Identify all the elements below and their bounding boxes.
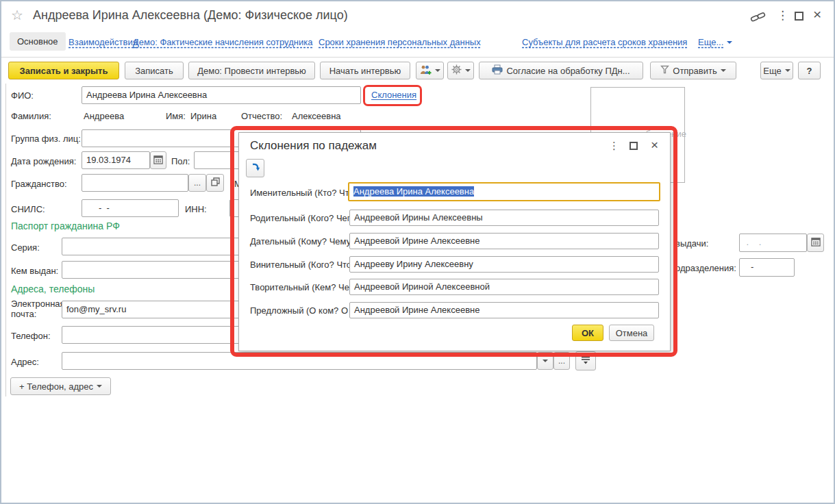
accusative-input[interactable]: Андрееву Ирину Алексеевну	[349, 256, 659, 273]
dialog-title: Склонения по падежам	[250, 139, 377, 153]
tab-main[interactable]: Основное	[10, 32, 66, 51]
cancel-button[interactable]: Отмена	[609, 325, 654, 341]
instrumental-label: Творительный (Кем? Чем?):	[250, 282, 366, 292]
tab-more[interactable]: Еще...	[698, 37, 732, 47]
templates-button[interactable]	[447, 62, 474, 79]
ok-button[interactable]: ОК	[572, 325, 603, 341]
send-button[interactable]: Отправить	[650, 62, 736, 79]
tab-interactions[interactable]: Взаимодействия	[68, 37, 138, 47]
save-button[interactable]: Записать	[125, 62, 184, 79]
declensions-dialog: Склонения по падежам ⋮ × Именительный (К…	[238, 132, 671, 351]
address-input[interactable]	[62, 352, 537, 370]
address-label: Адрес:	[11, 357, 39, 367]
refill-declensions-button[interactable]	[246, 159, 264, 177]
address-dropdown-button[interactable]	[537, 352, 553, 370]
prepositional-input[interactable]: Андреевой Ирине Алексеевне	[349, 302, 659, 318]
chevron-down-icon	[721, 69, 726, 72]
app-window: ☆ Андреева Ирина Алексеевна (Демо: Физич…	[0, 0, 835, 504]
issued-by-label: Кем выдан:	[11, 266, 58, 276]
add-phone-address-button[interactable]: + Телефон, адрес	[10, 377, 111, 395]
panel-edge	[5, 84, 6, 396]
maximize-icon[interactable]	[795, 12, 803, 21]
surname-label: Фамилия:	[11, 111, 51, 121]
get-link-icon[interactable]	[750, 10, 767, 26]
consent-print-button[interactable]: Согласие на обработку ПДн...	[479, 62, 643, 79]
firstname-label: Имя:	[166, 111, 186, 121]
phone-label: Телефон:	[11, 331, 51, 341]
address-comment-button[interactable]	[575, 351, 596, 370]
favorite-star-icon[interactable]: ☆	[11, 7, 23, 23]
chevron-down-icon	[785, 69, 790, 72]
birthdate-calendar-button[interactable]	[150, 151, 166, 169]
create-based-on-button[interactable]	[416, 62, 444, 79]
issue-date-label: выдачи:	[675, 238, 708, 249]
declensions-link[interactable]: Склонения	[371, 90, 416, 100]
dialog-close-icon[interactable]: ×	[651, 138, 658, 153]
nominative-input[interactable]: Андреева Ирина Алексеевна	[348, 182, 660, 201]
citizenship-open-button[interactable]	[206, 174, 224, 192]
calendar-icon	[153, 155, 163, 166]
issue-date-calendar-button[interactable]	[807, 234, 824, 252]
page-title: Андреева Ирина Алексеевна (Демо: Физичес…	[33, 8, 348, 23]
birthdate-label: Дата рождения:	[11, 156, 76, 166]
window-menu-icon[interactable]: ⋮	[777, 8, 788, 23]
inn-label: ИНН:	[185, 204, 207, 214]
more-label: Еще	[763, 66, 781, 76]
tab-storage-subjects[interactable]: Субъекты для расчета сроков хранения	[522, 37, 687, 47]
separator	[1, 57, 834, 58]
chevron-down-icon	[97, 385, 102, 388]
patronymic-label: Отчество:	[241, 111, 282, 121]
fio-label: ФИО:	[11, 90, 34, 101]
issue-date-input[interactable]: . .	[739, 234, 807, 252]
demo-interview-button[interactable]: Демо: Провести интервью	[188, 62, 315, 79]
add-phone-address-label: + Телефон, адрес	[19, 381, 93, 392]
chevron-down-icon	[543, 360, 548, 362]
chevron-down-icon	[465, 69, 471, 72]
refresh-arrow-icon	[250, 162, 261, 175]
citizenship-input[interactable]	[82, 174, 188, 192]
calendar-icon	[811, 237, 821, 249]
email-label: Электронная почта:	[11, 299, 60, 319]
group-label: Группа физ. лиц:	[11, 134, 81, 144]
instrumental-input[interactable]: Андреевой Ириной Алексеевной	[349, 279, 659, 295]
open-form-icon	[211, 177, 220, 188]
send-label: Отправить	[673, 66, 716, 76]
more-button[interactable]: Еще	[760, 62, 793, 79]
gear-icon	[451, 64, 462, 77]
selected-text: Андреева Ирина Алексеевна	[353, 186, 474, 197]
tab-storage-terms[interactable]: Сроки хранения персональных данных	[319, 37, 481, 47]
dept-code-label: одразделения:	[675, 263, 736, 273]
accusative-label: Винительный (Кого? Что?):	[250, 260, 362, 270]
start-interview-button[interactable]: Начать интервью	[320, 62, 410, 79]
birthdate-input[interactable]: 19.03.1974	[82, 151, 150, 169]
dative-input[interactable]: Андреевой Ирине Алексеевне	[349, 233, 659, 249]
series-label: Серия:	[11, 242, 40, 253]
save-and-close-button[interactable]: Записать и закрыть	[8, 62, 119, 79]
dialog-menu-icon[interactable]: ⋮	[609, 140, 619, 152]
people-add-icon	[420, 64, 432, 77]
genitive-label: Родительный (Кого? Чего?):	[250, 213, 366, 223]
tab-more-label: Еще...	[698, 37, 723, 47]
consent-label: Согласие на обработку ПДн...	[506, 66, 630, 76]
citizenship-label: Гражданство:	[11, 179, 67, 189]
address-choose-button[interactable]: ...	[553, 352, 570, 370]
snils-label: СНИЛС:	[11, 204, 45, 214]
dept-code-input[interactable]: -	[739, 258, 795, 277]
firstname-value: Ирина	[190, 111, 216, 121]
printer-icon	[492, 64, 503, 77]
funnel-icon	[660, 65, 669, 76]
lines-dropdown-icon	[580, 355, 591, 367]
tab-demo-accruals[interactable]: Демо: Фактические начисления сотрудника	[133, 37, 312, 47]
dative-label: Дательный (Кому? Чему?):	[250, 236, 361, 247]
close-icon[interactable]: ×	[813, 6, 821, 23]
dialog-maximize-icon[interactable]	[630, 142, 638, 150]
addresses-section-title: Адреса, телефоны	[11, 284, 95, 294]
patronymic-value: Алексеевна	[292, 111, 341, 121]
snils-input[interactable]: - -	[82, 199, 179, 217]
citizenship-choose-button[interactable]: ...	[188, 174, 206, 192]
help-button[interactable]: ?	[798, 62, 821, 79]
fio-input[interactable]: Андреева Ирина Алексеевна	[82, 86, 361, 104]
chevron-down-icon	[435, 69, 440, 72]
passport-section-title: Паспорт гражданина РФ	[11, 220, 120, 231]
genitive-input[interactable]: Андреевой Ирины Алексеевны	[349, 210, 659, 226]
